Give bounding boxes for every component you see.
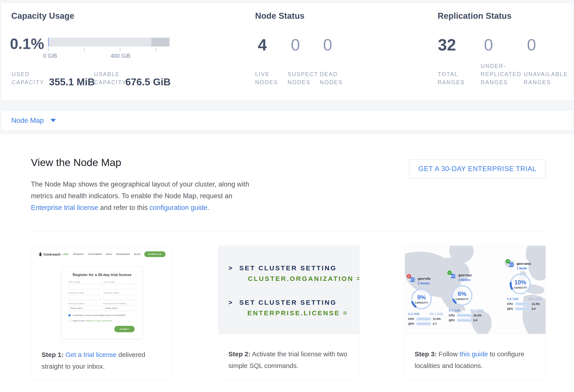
under-replicated-ranges-label: UNDER- REPLICATED RANGES (481, 62, 521, 86)
cockroach-site-header: Cockroach LABS PRODUCT CUSTOMERS DOCS RE… (34, 248, 170, 259)
cockroach-bug-icon (39, 252, 42, 256)
nav-item-blog: BLOG (134, 253, 140, 255)
last-name-label: LAST NAME (103, 281, 136, 283)
capacity-used: 3.7 GiB (449, 308, 460, 312)
step1-card: Cockroach LABS PRODUCT CUSTOMERS DOCS RE… (32, 246, 173, 380)
capacity-label: CAPACITY (455, 298, 469, 300)
description-text: The Node Map shows the geographical layo… (31, 180, 249, 200)
first-name-label: FIRST NAME (68, 281, 101, 283)
locality-widget-nyc: ✓ geo=nyc 2 Nodes 6% CAPACITY (449, 273, 484, 322)
capacity-gauge: 6% CAPACITY (450, 283, 474, 308)
brand-suffix: LABS (62, 253, 69, 256)
node-stack-icon (450, 274, 457, 279)
company-email-field (103, 295, 136, 300)
capacity-total: 35.1 GiB (430, 312, 443, 316)
last-name-field (103, 284, 136, 289)
live-nodes-count: 4 (258, 36, 267, 54)
description-text: and refer to this (98, 204, 150, 211)
dead-nodes-label: DEAD NODES (320, 70, 343, 86)
capacity-bar-used (48, 38, 49, 47)
capacity-label: CAPACITY (514, 286, 527, 289)
nav-item-resources: RESOURCES (116, 253, 130, 255)
trial-registration-screenshot: Cockroach LABS PRODUCT CUSTOMERS DOCS RE… (34, 248, 170, 343)
capacity-tick-label: 400 GiB (111, 53, 130, 59)
capacity-bar-non-usable (151, 38, 170, 47)
suspect-nodes-label: SUSPECT NODES (287, 70, 318, 86)
form-title: Register for a 30-day trial license (68, 273, 136, 277)
locality-node-count: 1 Node (517, 266, 527, 270)
chevron-down-icon (51, 119, 56, 122)
sql-set-cluster-setting-2: > SET CLUSTER SETTING (228, 299, 337, 306)
sql-set-cluster-setting-1: > SET CLUSTER SETTING (228, 264, 337, 272)
cpu-sparkline (515, 302, 530, 306)
cluster-overview-page: Capacity Usage 0.1% 0 GiB 400 GiB USED C… (0, 0, 574, 392)
section-divider (31, 231, 546, 231)
capacity-tick (48, 48, 49, 51)
usable-capacity-value: 676.5 GiB (125, 76, 171, 88)
nodemap-selector-label: Node Map (11, 116, 44, 125)
qps-sparkline (457, 318, 472, 322)
cpu-value: 11.0% (433, 317, 441, 320)
suspect-nodes-count: 0 (291, 36, 300, 54)
locality-node-count: 2 Nodes (458, 278, 470, 281)
unavailable-ranges-count: 0 (527, 36, 536, 54)
locality-name: geo=ams (517, 262, 531, 265)
nodemap-description: The Node Map shows the geographical layo… (31, 178, 252, 213)
cpu-value: 42.5% (473, 314, 482, 317)
project-phase-label: PROJECT PHASE (68, 303, 101, 305)
this-guide-link[interactable]: this guide (459, 350, 488, 358)
capacity-total: 65.7 GiB (470, 308, 484, 312)
submit-button: SUBMIT (114, 326, 135, 332)
download-button: DOWNLOAD (144, 251, 165, 257)
node-stack-icon (409, 278, 416, 282)
qps-label: QPS (408, 322, 416, 325)
capacity-tick (84, 48, 84, 51)
configuration-guide-link[interactable]: configuration guide (150, 204, 207, 211)
capacity-percent: 10% (514, 279, 526, 286)
status-ok-icon: ✓ (447, 271, 452, 275)
sql-commands-preview: > SET CLUSTER SETTING CLUSTER.ORGANIZATI… (219, 246, 359, 334)
locality-node-count: 2 Nodes (418, 281, 430, 285)
nodemap-view-selector[interactable]: Node Map (1, 110, 573, 131)
used-capacity-label: USED CAPACITY (12, 70, 44, 86)
cpu-label: CPU (449, 314, 457, 317)
enterprise-trial-license-link[interactable]: Enterprise trial license (31, 204, 98, 211)
cpu-sparkline (457, 314, 472, 317)
capacity-tick (120, 48, 120, 51)
email-updates-checkbox: ✓ (68, 314, 71, 316)
license-agreement-label: I agree to the Software License Agreemen… (72, 319, 113, 322)
capacity-used: 3.6 GiB (507, 297, 518, 301)
step3-caption: Step 3: Follow this guide to configure l… (405, 334, 546, 372)
total-ranges-label: TOTAL RANGES (438, 70, 465, 86)
cockroach-labs-logo: Cockroach LABS (39, 252, 69, 256)
page-title: View the Node Map (31, 156, 121, 168)
qps-value: 4.7 (433, 322, 437, 325)
step3-label: Step 3: (415, 350, 437, 358)
nodemap-preview-image: 1 geo=sfo 2 Nodes 9% CAPACITY (405, 246, 546, 334)
qps-value: 0.0 (532, 307, 536, 310)
get-enterprise-trial-button[interactable]: GET A 30-DAY ENTERPRISE TRIAL (409, 160, 546, 178)
reason-for-interest-label: REASON FOR INTEREST (103, 303, 136, 305)
get-trial-license-link[interactable]: Get a trial license (65, 351, 117, 358)
company-name-field (68, 295, 101, 300)
reason-for-interest-select: Please Select (103, 306, 136, 311)
cluster-summary-panel: Capacity Usage 0.1% 0 GiB 400 GiB USED C… (1, 3, 573, 100)
qps-label: QPS (507, 307, 515, 310)
company-email-label: COMPANY EMAIL (103, 292, 136, 294)
node-status-title: Node Status (255, 11, 305, 21)
cpu-label: CPU (507, 302, 515, 306)
step3-text: Follow (437, 350, 459, 358)
capacity-bar (48, 38, 169, 47)
warning-count-badge: 1 (407, 274, 411, 279)
under-replicated-ranges-count: 0 (484, 36, 493, 54)
capacity-gauge: 9% CAPACITY (409, 287, 434, 311)
used-capacity-value: 355.1 MiB (49, 76, 95, 88)
locality-name: geo=nyc (458, 273, 472, 277)
cpu-sparkline (416, 317, 431, 320)
capacity-percent: 6% (458, 291, 466, 298)
cpu-value: 12.3% (532, 302, 540, 306)
total-ranges-count: 32 (438, 36, 456, 54)
capacity-tick-label: 0 GiB (43, 53, 57, 59)
locality-widget-ams: ✓ geo=ams 1 Node 10% CAPACITY (507, 262, 542, 310)
description-text: . (207, 204, 209, 211)
